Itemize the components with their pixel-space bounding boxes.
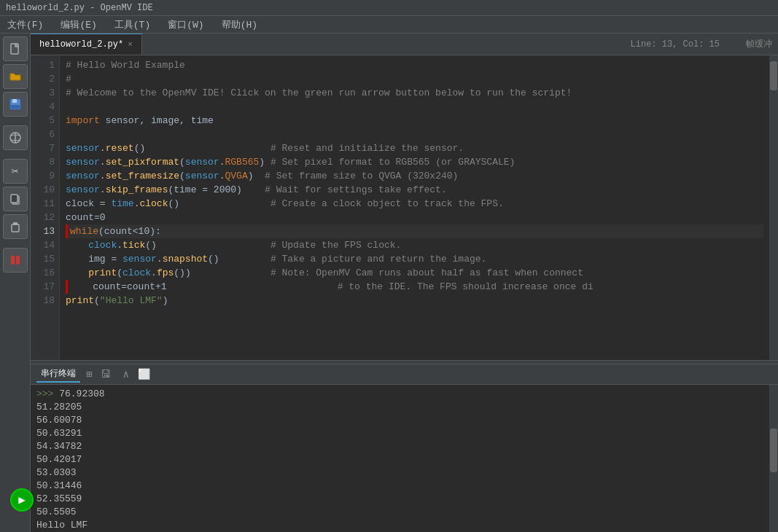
- tab-close-button[interactable]: ×: [128, 40, 133, 49]
- code-editor[interactable]: 1 2 3 4 5 6 7 8 9 10 11 12 13 14 15 16 1: [31, 55, 778, 360]
- editor-area: helloworld_2.py* × Line: 13, Col: 15 帧缓冲…: [31, 34, 778, 532]
- line-num-15: 15: [31, 252, 55, 266]
- line-num-3: 3: [31, 86, 55, 100]
- line-num-16: 16: [31, 266, 55, 280]
- line-num-12: 12: [31, 211, 55, 224]
- main-layout: ✂ helloworld_2.py* ×: [0, 34, 778, 532]
- line-num-8: 8: [31, 155, 55, 169]
- connect-button[interactable]: [3, 125, 28, 150]
- code-line-6: [66, 128, 763, 141]
- code-line-12: count=0: [66, 211, 763, 224]
- code-line-10: sensor.skip_frames(time = 2000) # Wait f…: [66, 183, 763, 197]
- editor-scroll-thumb[interactable]: [770, 61, 777, 90]
- menu-file[interactable]: 文件(F): [3, 17, 47, 33]
- code-line-14: clock.tick() # Update the FPS clock.: [66, 238, 763, 252]
- title-bar: helloworld_2.py - OpenMV IDE: [0, 0, 778, 16]
- line-num-18: 18: [31, 294, 55, 308]
- term-line-6: 50.42017: [36, 453, 763, 466]
- code-line-11: clock = time.clock() # Create a clock ob…: [66, 197, 763, 211]
- code-line-16: print(clock.fps()) # Note: OpenMV Cam ru…: [66, 266, 763, 280]
- term-line-9: 52.35559: [36, 493, 763, 506]
- term-line-4: 50.63291: [36, 427, 763, 440]
- line-num-10: 10: [31, 183, 55, 197]
- line-num-7: 7: [31, 141, 55, 155]
- code-line-1: # Hello World Example: [66, 58, 763, 72]
- terminal-collapse-button[interactable]: ∧: [122, 368, 128, 380]
- code-line-15: img = sensor.snapshot() # Take a picture…: [66, 252, 763, 266]
- open-file-button[interactable]: [3, 64, 28, 89]
- menu-tools[interactable]: 工具(T): [110, 17, 155, 33]
- paste-button[interactable]: [3, 214, 28, 239]
- terminal-expand-button[interactable]: ⬜: [138, 368, 150, 380]
- svg-rect-3: [11, 105, 20, 109]
- editor-scrollbar[interactable]: [769, 55, 778, 360]
- menu-window[interactable]: 窗口(W): [163, 17, 208, 33]
- code-line-13: while(count<10):: [66, 224, 763, 238]
- line-num-2: 2: [31, 72, 55, 86]
- terminal-panel: 串行终端 ⊞ 🖫 ∧ ⬜ >>> 76.92308 51.28205 56.60…: [31, 364, 778, 532]
- new-file-button[interactable]: [3, 36, 28, 61]
- code-content[interactable]: # Hello World Example # # Welcome to the…: [60, 55, 769, 360]
- terminal-add-button[interactable]: ⊞: [86, 368, 92, 380]
- terminal-body: >>> 76.92308 51.28205 56.60078 50.63291 …: [31, 385, 778, 532]
- term-line-5: 54.34782: [36, 440, 763, 453]
- split-pane: 1 2 3 4 5 6 7 8 9 10 11 12 13 14 15 16 1: [31, 55, 778, 532]
- code-line-3: # Welcome to the OpenMV IDE! Click on th…: [66, 86, 763, 100]
- run-button[interactable]: ▶: [10, 488, 34, 512]
- terminal-scrollbar[interactable]: [769, 385, 778, 532]
- tab-status: Line: 13, Col: 15 帧缓冲: [631, 38, 778, 50]
- code-line-17: count=count+1 # to the IDE. The FPS shou…: [66, 280, 763, 294]
- term-line-10: 50.5505: [36, 506, 763, 519]
- svg-rect-10: [11, 256, 15, 265]
- line-numbers: 1 2 3 4 5 6 7 8 9 10 11 12 13 14 15 16 1: [31, 55, 60, 360]
- line-num-9: 9: [31, 169, 55, 183]
- term-line-3: 56.60078: [36, 414, 763, 427]
- svg-rect-9: [13, 222, 17, 225]
- copy-button[interactable]: [3, 187, 28, 211]
- line-num-14: 14: [31, 238, 55, 252]
- menu-help[interactable]: 帮助(H): [217, 17, 262, 33]
- svg-rect-8: [12, 224, 19, 232]
- term-line-7: 53.0303: [36, 466, 763, 480]
- line-num-13: 13: [31, 224, 55, 238]
- svg-rect-7: [11, 195, 17, 203]
- code-line-9: sensor.set_framesize(sensor.QVGA) # Set …: [66, 169, 763, 183]
- term-line-11: Hello LMF: [36, 519, 763, 532]
- tab-label: helloworld_2.py*: [39, 39, 123, 50]
- code-line-8: sensor.set_pixformat(sensor.RGB565) # Se…: [66, 155, 763, 169]
- run-stop-button[interactable]: [3, 248, 28, 273]
- terminal-tab-serial[interactable]: 串行终端: [36, 366, 80, 383]
- window-title: helloworld_2.py - OpenMV IDE: [6, 3, 153, 13]
- code-line-4: [66, 100, 763, 114]
- cut-button[interactable]: ✂: [3, 159, 28, 184]
- terminal-save-icon[interactable]: 🖫: [101, 369, 111, 380]
- term-line-1: >>> 76.92308: [36, 388, 763, 401]
- svg-rect-11: [16, 256, 20, 265]
- term-line-2: 51.28205: [36, 401, 763, 414]
- terminal-content[interactable]: >>> 76.92308 51.28205 56.60078 50.63291 …: [31, 385, 769, 532]
- line-num-4: 4: [31, 100, 55, 114]
- line-num-17: 17: [31, 280, 55, 294]
- line-num-1: 1: [31, 58, 55, 72]
- menu-edit[interactable]: 编辑(E): [56, 17, 101, 33]
- line-num-5: 5: [31, 114, 55, 128]
- terminal-header: 串行终端 ⊞ 🖫 ∧ ⬜: [31, 364, 778, 385]
- tab-bar: helloworld_2.py* × Line: 13, Col: 15 帧缓冲: [31, 34, 778, 55]
- line-num-6: 6: [31, 128, 55, 141]
- terminal-scroll-thumb[interactable]: [770, 429, 777, 472]
- left-toolbar: ✂: [0, 34, 31, 532]
- term-line-8: 50.31446: [36, 480, 763, 493]
- code-line-18: print("Hello LMF"): [66, 294, 763, 308]
- code-line-7: sensor.reset() # Reset and initialize th…: [66, 141, 763, 155]
- active-tab[interactable]: helloworld_2.py* ×: [31, 34, 142, 55]
- code-line-2: #: [66, 72, 763, 86]
- svg-rect-2: [12, 99, 17, 103]
- code-line-5: import sensor, image, time: [66, 114, 763, 128]
- save-button[interactable]: [3, 92, 28, 117]
- line-num-11: 11: [31, 197, 55, 211]
- menu-bar: 文件(F) 编辑(E) 工具(T) 窗口(W) 帮助(H): [0, 16, 778, 34]
